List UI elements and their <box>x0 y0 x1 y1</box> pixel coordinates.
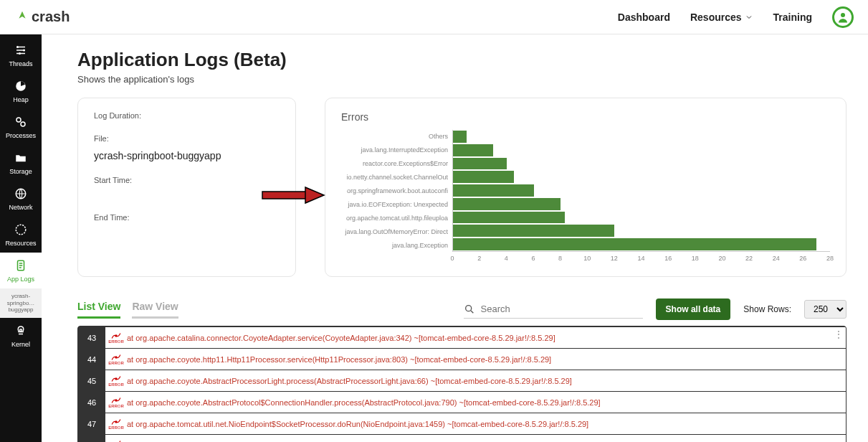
folder-icon <box>14 151 28 165</box>
log-body: ERRORat org.apache.coyote.AbstractProtoc… <box>105 392 846 413</box>
chart-xtick: 16 <box>664 255 672 262</box>
heap-icon <box>14 79 28 93</box>
nav-resources-label: Resources <box>690 11 742 23</box>
chart-bar[interactable] <box>453 144 493 156</box>
chart-bar[interactable] <box>453 171 514 183</box>
page-subtitle: Shows the application's logs <box>77 74 846 85</box>
chart-bar[interactable] <box>453 238 816 250</box>
error-icon: ERROR <box>110 397 123 408</box>
chart-bar[interactable] <box>453 131 467 143</box>
tab-list-view[interactable]: List View <box>77 301 120 319</box>
log-row[interactable]: 47ERRORat org.apache.tomcat.util.net.Nio… <box>78 413 846 434</box>
log-line-number: 43 <box>78 327 105 348</box>
svg-rect-11 <box>262 192 307 199</box>
log-row[interactable]: 45ERRORat org.apache.coyote.AbstractProc… <box>78 370 846 391</box>
chart-xtick: 18 <box>692 255 699 262</box>
chart-bar[interactable] <box>453 184 534 197</box>
sidebar-label: Threads <box>9 60 32 67</box>
avatar[interactable] <box>832 6 854 28</box>
sidebar-item-network[interactable]: Network <box>0 181 42 217</box>
log-row[interactable]: 48ERRORat org.apache.tomcat.util.net.Soc… <box>78 434 846 442</box>
svg-point-0 <box>841 13 845 17</box>
svg-point-8 <box>16 225 26 235</box>
error-icon: ERROR <box>110 418 123 430</box>
svg-point-6 <box>21 122 25 126</box>
kernel-icon <box>14 324 28 338</box>
gear-icon <box>14 115 28 129</box>
log-panel: ⋮ 43ERRORat org.apache.catalina.connecto… <box>77 326 846 442</box>
page-title: Application Logs (Beta) <box>77 49 846 71</box>
svg-point-14 <box>115 356 118 359</box>
scroll-indicator-icon[interactable]: ⋮ <box>834 329 843 339</box>
log-row[interactable]: 44ERRORat org.apache.coyote.http11.Http1… <box>78 348 846 370</box>
chart-xtick: 12 <box>611 255 618 262</box>
chart-category-label: java.lang.OutOfMemoryError: Direct <box>341 225 452 238</box>
chart-category-label: org.springframework.boot.autoconfi <box>341 184 452 198</box>
topbar: crash Dashboard Resources Training <box>0 0 868 34</box>
topnav: Dashboard Resources Training <box>618 6 854 28</box>
chart-xtick: 0 <box>450 255 454 262</box>
log-text: at org.apache.catalina.connector.CoyoteA… <box>127 334 555 342</box>
sidebar-label: Resources <box>5 240 36 247</box>
search-box[interactable] <box>464 301 643 319</box>
log-body: ERRORat org.apache.catalina.connector.Co… <box>105 327 846 348</box>
chart-category-label: java.lang.InterruptedException <box>341 144 452 157</box>
duration-label: Log Duration: <box>94 111 280 120</box>
log-row[interactable]: 46ERRORat org.apache.coyote.AbstractProt… <box>78 391 846 413</box>
sidebar-label: App Logs <box>7 276 34 283</box>
log-line-number: 47 <box>78 413 105 434</box>
error-icon: ERROR <box>110 440 123 443</box>
log-row[interactable]: 43ERRORat org.apache.catalina.connector.… <box>78 326 846 348</box>
rows-select[interactable]: 250 <box>804 300 846 319</box>
sidebar: Threads Heap Processes Storage Network R… <box>0 34 42 442</box>
tab-raw-view[interactable]: Raw View <box>132 301 178 319</box>
logo-icon <box>14 9 30 25</box>
logo[interactable]: crash <box>14 9 70 25</box>
sidebar-item-processes[interactable]: Processes <box>0 109 42 145</box>
resources-icon <box>14 222 28 237</box>
sidebar-item-applogs[interactable]: App Logs <box>0 253 42 288</box>
sidebar-item-threads[interactable]: Threads <box>0 37 42 73</box>
end-label: End Time: <box>94 213 280 222</box>
chart-bar[interactable] <box>453 225 614 237</box>
chart-bar[interactable] <box>453 212 565 224</box>
chevron-down-icon <box>745 13 753 22</box>
svg-point-2 <box>23 50 25 52</box>
chart-title: Errors <box>341 111 830 123</box>
chart-xtick: 10 <box>583 255 591 262</box>
nav-resources[interactable]: Resources <box>690 11 753 23</box>
show-all-button[interactable]: Show all data <box>656 298 731 320</box>
chart-category-label: reactor.core.Exceptions$Error <box>341 157 452 171</box>
sidebar-item-heap[interactable]: Heap <box>0 73 42 109</box>
nav-training[interactable]: Training <box>773 11 812 23</box>
svg-point-12 <box>465 305 471 311</box>
search-icon <box>464 304 475 315</box>
search-input[interactable] <box>481 304 643 314</box>
svg-point-10 <box>20 329 22 332</box>
chart-bar[interactable] <box>453 198 561 210</box>
log-text: at org.apache.tomcat.util.net.NioEndpoin… <box>127 420 588 428</box>
chart-xtick: 14 <box>637 255 644 262</box>
sidebar-item-kernel[interactable]: Kernel <box>0 318 42 354</box>
sidebar-item-sub[interactable]: ycrash-springbo… buggyapp <box>0 288 42 318</box>
chart-xtick: 24 <box>773 255 780 262</box>
sidebar-label: Processes <box>6 132 36 139</box>
chart-xaxis: 0246810121416182022242628 <box>452 252 830 263</box>
svg-point-17 <box>115 420 118 423</box>
log-text: at org.apache.coyote.AbstractProtocol$Co… <box>127 398 601 407</box>
chart-category-label: java.io.EOFException: Unexpected <box>341 197 452 211</box>
logs-icon <box>14 258 28 273</box>
chart-xtick: 8 <box>558 255 562 262</box>
nav-dashboard[interactable]: Dashboard <box>618 11 670 23</box>
errors-chart[interactable]: Othersjava.lang.InterruptedExceptionreac… <box>341 130 830 252</box>
sidebar-item-storage[interactable]: Storage <box>0 145 42 181</box>
chart-xtick: 4 <box>505 255 508 262</box>
sidebar-item-resources[interactable]: Resources <box>0 217 42 253</box>
log-line-number: 46 <box>78 392 105 413</box>
svg-point-3 <box>19 52 21 55</box>
logo-text: crash <box>32 9 70 25</box>
annotation-arrow-icon <box>261 186 325 204</box>
chart-bar[interactable] <box>453 158 507 170</box>
error-icon: ERROR <box>110 332 123 344</box>
chart-category-label: org.apache.tomcat.util.http.fileuploa <box>341 211 452 225</box>
